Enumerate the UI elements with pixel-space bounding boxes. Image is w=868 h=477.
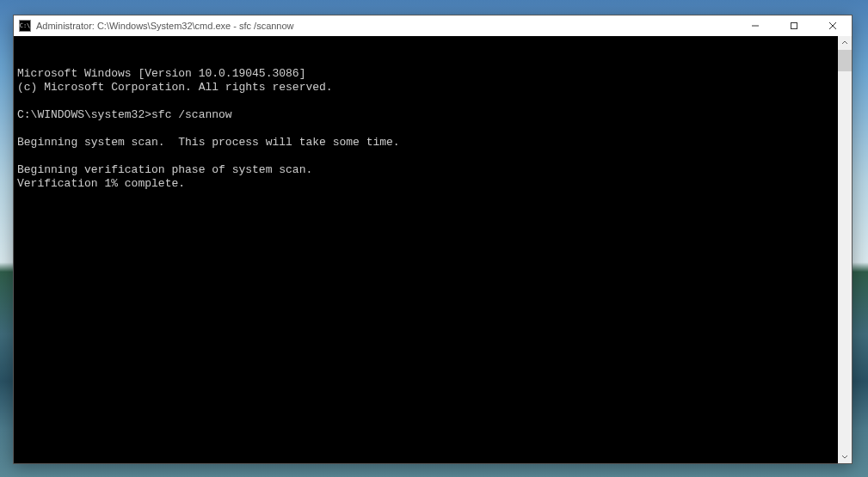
chevron-down-icon xyxy=(841,453,848,460)
prompt: C:\WINDOWS\system32> xyxy=(17,108,151,121)
maximize-icon xyxy=(790,21,798,30)
version-line: Microsoft Windows [Version 10.0.19045.30… xyxy=(17,67,305,80)
close-button[interactable] xyxy=(813,15,852,36)
window-title: Administrator: C:\Windows\System32\cmd.e… xyxy=(36,21,736,31)
chevron-up-icon xyxy=(841,40,848,46)
verification-progress-line: Verification 1% complete. xyxy=(17,177,185,190)
scroll-track[interactable] xyxy=(838,50,852,449)
terminal-area[interactable]: Microsoft Windows [Version 10.0.19045.30… xyxy=(14,36,852,463)
cmd-window: C:\ Administrator: C:\Windows\System32\c… xyxy=(13,15,853,464)
maximize-button[interactable] xyxy=(774,15,813,36)
terminal-output: Microsoft Windows [Version 10.0.19045.30… xyxy=(17,67,852,191)
command-text: sfc /scannow xyxy=(151,108,232,121)
svg-rect-1 xyxy=(791,23,797,29)
vertical-scrollbar[interactable] xyxy=(838,36,852,463)
scroll-thumb[interactable] xyxy=(838,50,852,71)
copyright-line: (c) Microsoft Corporation. All rights re… xyxy=(17,81,333,94)
minimize-icon xyxy=(751,21,760,30)
verification-begin-line: Beginning verification phase of system s… xyxy=(17,163,312,176)
titlebar[interactable]: C:\ Administrator: C:\Windows\System32\c… xyxy=(14,15,852,36)
close-icon xyxy=(828,21,837,30)
minimize-button[interactable] xyxy=(736,15,774,36)
scan-begin-line: Beginning system scan. This process will… xyxy=(17,136,400,149)
window-controls xyxy=(736,15,852,36)
cmd-icon: C:\ xyxy=(19,20,31,32)
scroll-down-button[interactable] xyxy=(838,449,852,463)
scroll-up-button[interactable] xyxy=(838,36,852,50)
